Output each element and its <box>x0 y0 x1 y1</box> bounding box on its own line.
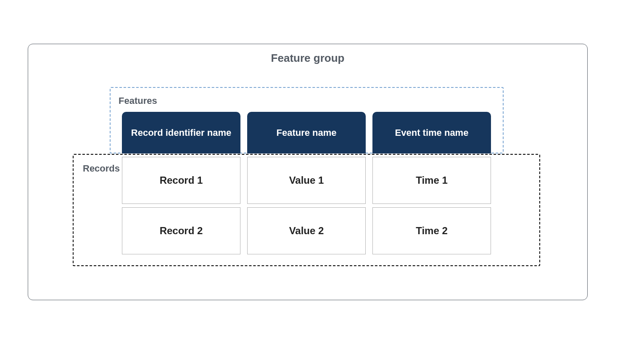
table-cell: Value 2 <box>247 207 366 254</box>
column-header-record-id: Record identifier name <box>122 112 240 153</box>
table-cell: Record 2 <box>122 207 240 254</box>
table-cell: Record 1 <box>122 157 240 204</box>
records-label: Records <box>83 163 120 174</box>
features-label: Features <box>119 95 157 106</box>
column-header-event-time: Event time name <box>372 112 491 153</box>
feature-group-title: Feature group <box>271 52 345 65</box>
table-cell: Time 2 <box>372 207 491 254</box>
table-cell: Time 1 <box>372 157 491 204</box>
column-header-feature-name: Feature name <box>247 112 366 153</box>
table-cell: Value 1 <box>247 157 366 204</box>
